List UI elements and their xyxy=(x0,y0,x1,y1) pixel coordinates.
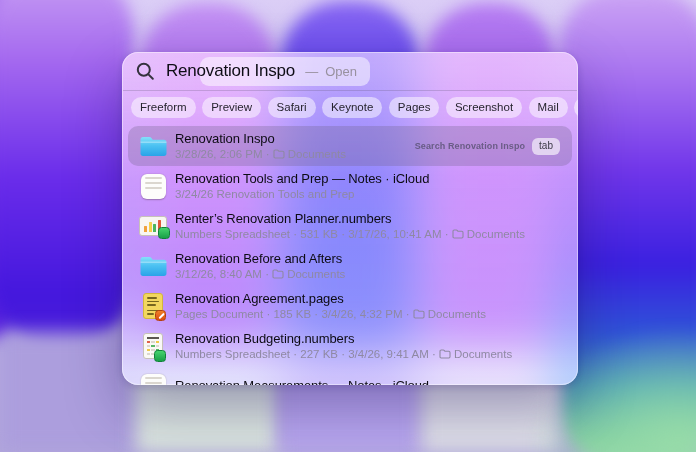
result-row-renovation-agreement[interactable]: Renovation Agreement.pages Pages Documen… xyxy=(128,286,572,326)
result-subtitle: 3/12/26, 8:40 AM · Documents xyxy=(175,267,345,281)
completion-separator: — xyxy=(305,64,318,79)
action-hint-label: Search Renovation Inspo xyxy=(415,141,525,151)
numbers-spreadsheet-icon xyxy=(136,216,170,236)
documents-folder-icon xyxy=(413,309,425,319)
result-subtitle: Pages Document · 185 KB · 3/4/26, 4:32 P… xyxy=(175,307,486,321)
filter-chip-mail[interactable]: Mail xyxy=(529,97,568,118)
result-subtitle: 3/24/26 Renovation Tools and Prep xyxy=(175,187,429,201)
notes-icon xyxy=(136,374,170,386)
results-list: Renovation Inspo 3/28/26, 2:06 PM · Docu… xyxy=(122,124,578,385)
filter-chip-safari[interactable]: Safari xyxy=(268,97,316,118)
result-title: Renovation Agreement.pages xyxy=(175,291,486,307)
result-title: Renovation Measurements — Notes · iCloud xyxy=(175,378,429,385)
result-row-renovation-before-and-afters[interactable]: Renovation Before and Afters 3/12/26, 8:… xyxy=(128,246,572,286)
spotlight-panel: Renovation Inspo — Open Freeform Preview… xyxy=(122,52,578,385)
filter-chip-row: Freeform Preview Safari Keynote Pages Sc… xyxy=(122,91,578,124)
search-input[interactable]: Renovation Inspo — Open xyxy=(122,52,578,90)
result-title: Renovation Budgeting.numbers xyxy=(175,331,512,347)
search-query-text: Renovation Inspo xyxy=(166,61,295,81)
blue-folder-icon xyxy=(136,254,170,278)
result-subtitle: Numbers Spreadsheet · 531 KB · 3/17/26, … xyxy=(175,227,525,241)
filter-chip-preview[interactable]: Preview xyxy=(202,97,261,118)
result-row-renovation-tools-and-prep[interactable]: Renovation Tools and Prep — Notes · iClo… xyxy=(128,166,572,206)
wallpaper-stripe xyxy=(0,332,140,452)
documents-folder-icon xyxy=(439,349,451,359)
documents-folder-icon xyxy=(273,149,285,159)
filter-chip-reminders[interactable]: Reminders xyxy=(574,97,578,118)
completion-action-label: Open xyxy=(325,64,357,79)
result-subtitle: Numbers Spreadsheet · 227 KB · 3/4/26, 9… xyxy=(175,347,512,361)
filter-chip-keynote[interactable]: Keynote xyxy=(322,97,382,118)
result-title: Renovation Inspo xyxy=(175,131,346,147)
filter-chip-screenshot[interactable]: Screenshot xyxy=(446,97,522,118)
filter-chip-pages[interactable]: Pages xyxy=(389,97,440,118)
result-subtitle: 3/28/26, 2:06 PM · Documents xyxy=(175,147,346,161)
result-row-renovation-measurements[interactable]: Renovation Measurements — Notes · iCloud xyxy=(128,366,572,385)
result-title: Renter’s Renovation Planner.numbers xyxy=(175,211,525,227)
numbers-spreadsheet-icon xyxy=(136,333,170,359)
result-title: Renovation Tools and Prep — Notes · iClo… xyxy=(175,171,429,187)
desktop-background: Renovation Inspo — Open Freeform Preview… xyxy=(0,0,696,452)
result-row-renovation-inspo[interactable]: Renovation Inspo 3/28/26, 2:06 PM · Docu… xyxy=(128,126,572,166)
result-title: Renovation Before and Afters xyxy=(175,251,345,267)
blue-folder-icon xyxy=(136,134,170,158)
wallpaper-capsule xyxy=(0,0,134,352)
row-action: Search Renovation Inspo tab xyxy=(415,138,564,155)
tab-key-badge: tab xyxy=(532,138,560,155)
search-icon xyxy=(136,62,155,81)
result-row-renters-renovation-planner[interactable]: Renter’s Renovation Planner.numbers Numb… xyxy=(128,206,572,246)
documents-folder-icon xyxy=(452,229,464,239)
result-row-renovation-budgeting[interactable]: Renovation Budgeting.numbers Numbers Spr… xyxy=(128,326,572,366)
filter-chip-freeform[interactable]: Freeform xyxy=(131,97,196,118)
notes-icon xyxy=(136,174,170,199)
documents-folder-icon xyxy=(272,269,284,279)
pages-document-icon xyxy=(136,293,170,319)
